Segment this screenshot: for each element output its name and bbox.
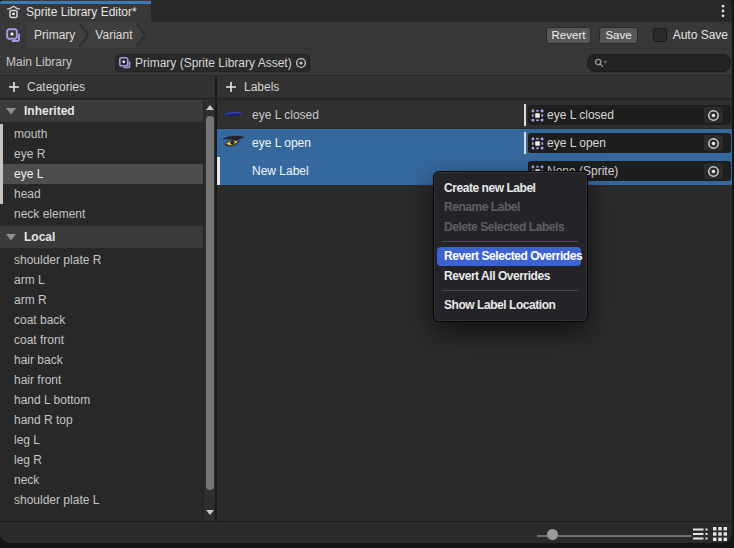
category-item[interactable]: head — [0, 184, 203, 204]
category-item[interactable]: eye R — [0, 144, 203, 164]
section-header-inherited[interactable]: Inherited — [0, 100, 203, 122]
override-marker — [0, 184, 3, 204]
category-item[interactable]: hair front — [0, 370, 203, 390]
scroll-up-icon[interactable] — [204, 105, 215, 111]
sprite-library-editor-window: Sprite Library Editor* Primary Variant — [0, 0, 732, 543]
categories-scrollbar[interactable] — [203, 99, 215, 521]
category-item[interactable]: neck — [0, 470, 203, 490]
menu-separator — [442, 290, 578, 291]
editor-body: Inheritedmoutheye Reye Lheadneck element… — [0, 98, 732, 521]
kebab-menu-icon[interactable] — [714, 2, 732, 20]
tab-sprite-library-editor[interactable]: Sprite Library Editor* — [0, 0, 151, 22]
add-label-icon[interactable] — [225, 81, 237, 93]
view-mode-toggle — [693, 527, 727, 541]
breadcrumb-variant-label: Variant — [95, 28, 132, 42]
save-button[interactable]: Save — [599, 27, 637, 44]
category-item-label: hair back — [14, 353, 63, 367]
categories-header-label: Categories — [27, 80, 85, 94]
label-name: New Label — [252, 164, 309, 178]
search-input[interactable] — [587, 54, 731, 72]
thumbnail-size-slider[interactable] — [537, 535, 692, 537]
sprite-field-value: eye L closed — [547, 108, 704, 122]
sprite-thumbnail — [220, 101, 246, 129]
breadcrumb-primary[interactable]: Primary — [26, 22, 88, 48]
section-header-local[interactable]: Local — [0, 226, 203, 248]
category-item-label: head — [14, 187, 41, 201]
category-item[interactable]: hair back — [0, 350, 203, 370]
scroll-down-icon[interactable] — [204, 509, 215, 515]
object-picker-icon[interactable] — [704, 163, 723, 179]
sprite-field-value: eye L open — [547, 136, 704, 150]
active-tab-indicator — [0, 1, 151, 4]
override-marker — [524, 104, 526, 126]
main-library-field-value: Primary (Sprite Library Asset) — [135, 56, 293, 70]
category-item[interactable]: leg L — [0, 430, 203, 450]
label-name: eye L closed — [252, 108, 319, 122]
category-item[interactable]: coat back — [0, 310, 203, 330]
object-picker-icon[interactable] — [704, 107, 723, 123]
category-item[interactable]: coat front — [0, 330, 203, 350]
list-view-icon[interactable] — [693, 527, 708, 541]
revert-button[interactable]: Revert — [546, 27, 592, 44]
category-item[interactable]: hand L bottom — [0, 390, 203, 410]
sprite-object-field[interactable]: eye L open — [528, 133, 731, 153]
category-item[interactable]: neck element — [0, 204, 203, 224]
label-row[interactable]: eye L closedeye L closed — [217, 101, 732, 129]
category-item[interactable]: eye L — [0, 164, 203, 184]
category-item-label: eye L — [14, 167, 43, 181]
categories-header: Categories — [0, 76, 215, 98]
override-marker — [217, 157, 220, 185]
sprite-mini-icon — [531, 109, 544, 122]
breadcrumb-toolbar: Primary Variant Revert Save Auto Save — [0, 22, 732, 48]
category-item[interactable]: shoulder plate L — [0, 490, 203, 510]
panel-headers: Categories Labels — [0, 75, 732, 98]
category-item-label: coat front — [14, 333, 64, 347]
category-item[interactable]: arm R — [0, 290, 203, 310]
override-marker — [524, 132, 526, 154]
tab-title: Sprite Library Editor* — [26, 3, 137, 19]
category-item[interactable]: mouth — [0, 124, 203, 144]
auto-save-label: Auto Save — [673, 28, 728, 42]
main-library-field[interactable]: Primary (Sprite Library Asset) — [115, 54, 310, 72]
foldout-triangle-icon — [6, 234, 16, 241]
category-item-label: mouth — [14, 127, 47, 141]
labels-header-label: Labels — [244, 80, 279, 94]
add-category-icon[interactable] — [8, 81, 20, 93]
foldout-triangle-icon — [6, 108, 16, 115]
context-menu: Create new LabelRename LabelDelete Selec… — [433, 171, 588, 322]
category-item[interactable]: arm L — [0, 270, 203, 290]
object-picker-icon[interactable] — [293, 55, 309, 71]
section-header-label: Local — [24, 230, 55, 244]
override-marker — [0, 144, 3, 164]
toolbar-actions: Revert Save Auto Save — [546, 22, 728, 48]
auto-save-checkbox[interactable] — [653, 28, 667, 42]
sprite-object-field[interactable]: eye L closed — [528, 105, 731, 125]
menu-item[interactable]: Revert Selected Overrides — [437, 247, 581, 267]
sprite-library-editor-icon — [6, 4, 21, 19]
bottom-bar — [0, 521, 732, 543]
menu-separator — [442, 241, 578, 242]
label-row[interactable]: eye L openeye L open — [217, 129, 732, 157]
category-item-label: neck element — [14, 207, 85, 221]
category-item[interactable]: hand R top — [0, 410, 203, 430]
sprite-thumbnail — [220, 129, 246, 157]
breadcrumb-primary-label: Primary — [34, 28, 75, 42]
thumbnail-size-slider-handle[interactable] — [547, 529, 558, 540]
category-item[interactable]: leg R — [0, 450, 203, 470]
breadcrumb-variant[interactable]: Variant — [81, 22, 145, 48]
category-item-label: arm L — [14, 273, 45, 287]
section-header-label: Inherited — [24, 104, 75, 118]
label-name: eye L open — [252, 136, 311, 150]
object-picker-icon[interactable] — [704, 135, 723, 151]
menu-item[interactable]: Create new Label — [437, 178, 581, 198]
category-item[interactable]: shoulder plate R — [0, 250, 203, 270]
search-icon — [593, 57, 608, 69]
scrollbar-thumb[interactable] — [206, 116, 214, 490]
category-item-label: shoulder plate R — [14, 253, 101, 267]
menu-item[interactable]: Revert All Overrides — [437, 266, 581, 286]
menu-item: Delete Selected Labels — [437, 217, 581, 237]
category-item-label: arm R — [14, 293, 47, 307]
menu-item[interactable]: Show Label Location — [437, 296, 581, 316]
grid-view-icon[interactable] — [713, 527, 727, 541]
labels-header: Labels — [215, 76, 732, 98]
